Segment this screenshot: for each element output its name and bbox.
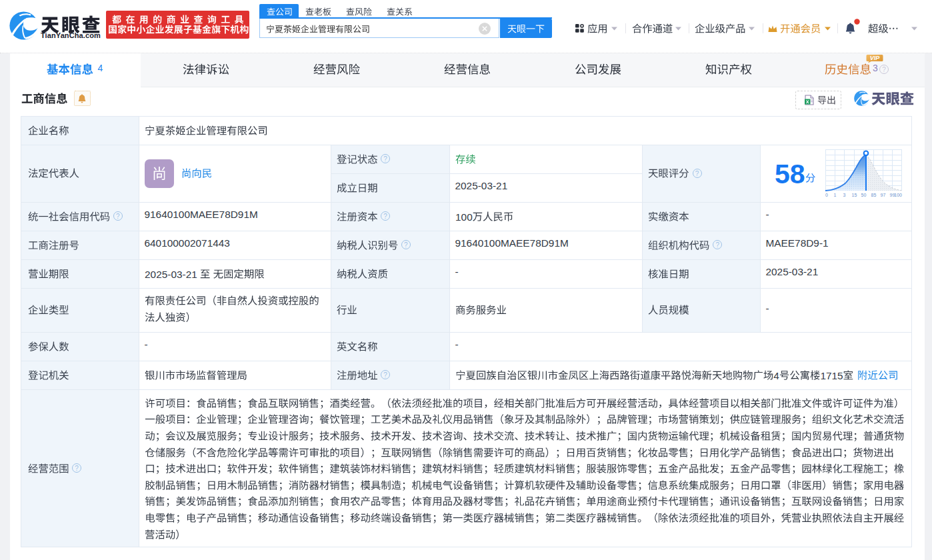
svg-text:50: 50 [861, 193, 867, 197]
svg-text:85: 85 [871, 193, 877, 197]
svg-text:1: 1 [834, 193, 837, 197]
svg-text:100: 100 [894, 193, 902, 197]
svg-text:0: 0 [825, 193, 828, 197]
svg-text:15: 15 [852, 193, 857, 197]
svg-text:3: 3 [843, 193, 846, 197]
svg-text:1715: 1715 [820, 369, 843, 381]
svg-text:100: 100 [455, 211, 473, 222]
svg-text:4: 4 [773, 369, 779, 381]
svg-text:2025-03-21: 2025-03-21 [145, 268, 197, 279]
svg-text:97: 97 [881, 193, 886, 197]
svg-text:VIP: VIP [870, 55, 881, 61]
